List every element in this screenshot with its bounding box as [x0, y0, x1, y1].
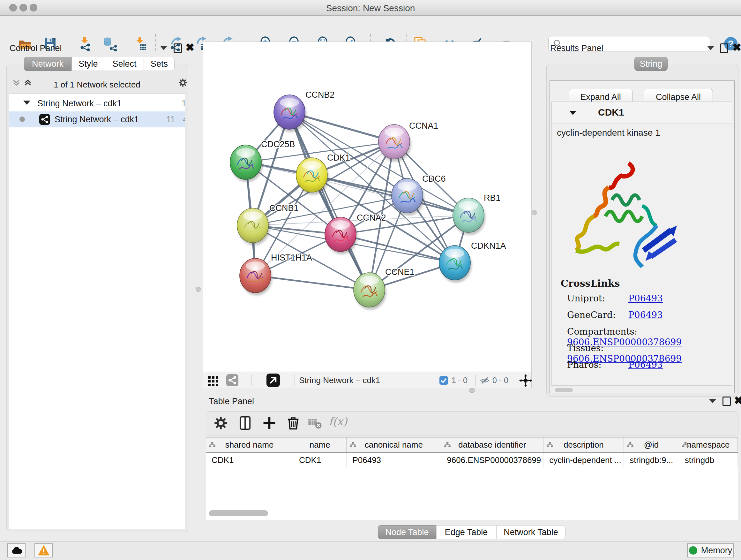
tab-network[interactable]: Network [24, 57, 71, 71]
control-panel-close-icon[interactable]: ✖ [185, 44, 195, 51]
table-cell[interactable]: CDK1 [206, 453, 293, 468]
table-cell[interactable]: P06493 [347, 453, 441, 468]
tab-style[interactable]: Style [71, 57, 105, 71]
crosslink-label: Tissues: [567, 343, 628, 354]
footer-network-name: String Network – cdk1 [299, 375, 380, 385]
crosslink-label: Uniprot: [567, 293, 628, 304]
node-CCNE1[interactable]: CCNE1 [354, 267, 414, 310]
tab-node-table[interactable]: Node Table [378, 525, 436, 539]
tab-string-label: String [640, 59, 663, 69]
node-CDK1[interactable]: CDK1 [296, 153, 350, 195]
results-panel-collapse-icon[interactable] [707, 46, 714, 50]
string-network-graph[interactable]: CCNB2CCNA1CDC25BCDK1CDC6RB1CCNB1CCNA2CDK… [203, 42, 531, 372]
crosslink-row: GeneCard:P06493 [567, 310, 727, 326]
column-tree-icon [444, 442, 451, 448]
gene-description: cyclin-dependent kinase 1 [557, 128, 660, 138]
tab-network-label: Network [32, 59, 64, 69]
function-builder-icon[interactable]: f(x) [329, 415, 347, 428]
crosslink-link[interactable]: P06493 [628, 310, 663, 320]
column-header-database-identifier[interactable]: database identifier [441, 437, 543, 452]
show-columns-icon[interactable] [237, 415, 253, 431]
tab-edge-table[interactable]: Edge Table [436, 525, 496, 539]
bottom-splitter-handle[interactable] [469, 388, 475, 393]
network-share-icon[interactable] [226, 374, 239, 386]
results-hscrollbar[interactable] [555, 388, 573, 392]
table-row[interactable]: CDK1CDK1P064939606.ENSP00000378699cyclin… [206, 453, 738, 468]
table-cell[interactable]: cyclin-dependent ... [543, 453, 624, 468]
node-CDKN1A[interactable]: CDKN1A [439, 241, 506, 283]
node-HIST1H1A[interactable]: HIST1H1A [240, 253, 312, 295]
table-cell[interactable]: CDK1 [293, 453, 347, 468]
table-gear-icon[interactable] [212, 415, 229, 431]
table-panel-collapse-icon[interactable] [709, 399, 716, 403]
node-label-HIST1H1A: HIST1H1A [271, 253, 312, 262]
network-options-gear-icon[interactable] [178, 77, 188, 89]
tab-style-label: Style [78, 59, 98, 69]
column-header-label: database identifier [458, 440, 526, 450]
node-RB1[interactable]: RB1 [453, 193, 501, 235]
node-table[interactable]: shared namenamecanonical namedatabase id… [206, 437, 738, 520]
column-header--id[interactable]: @id [624, 437, 679, 452]
table-cell[interactable]: stringdb:9... [624, 453, 679, 468]
tab-sets[interactable]: Sets [144, 57, 175, 71]
cloud-status-button[interactable] [7, 543, 25, 557]
tab-network-table[interactable]: Network Table [496, 525, 565, 539]
grid-view-icon[interactable] [208, 375, 219, 388]
table-panel-title: Table Panel [209, 396, 254, 407]
table-hscrollbar[interactable] [209, 510, 268, 516]
column-header-shared-name[interactable]: shared name [206, 437, 293, 452]
crosslink-link[interactable]: P06493 [628, 360, 663, 370]
pan-crosshair-icon[interactable] [519, 374, 532, 388]
control-panel-collapse-icon[interactable] [160, 46, 167, 50]
column-header-label: name [310, 440, 330, 450]
network-collection-row[interactable]: String Network – cdk1 1 [9, 96, 185, 111]
selected-checkbox-icon[interactable] [440, 376, 448, 386]
gene-expander-icon[interactable] [569, 111, 576, 115]
delete-column-icon[interactable] [285, 415, 301, 431]
column-header-canonical-name[interactable]: canonical name [347, 437, 441, 452]
status-bar [0, 542, 741, 560]
collection-name: String Network – cdk1 [37, 99, 122, 109]
tab-select[interactable]: Select [105, 57, 144, 71]
results-panel-float-icon[interactable] [720, 44, 728, 53]
warning-status-button[interactable] [35, 543, 53, 557]
results-panel-close-icon[interactable]: ✖ [732, 44, 741, 51]
birds-eye-view-icon[interactable] [266, 374, 280, 387]
control-panel-float-icon[interactable] [174, 44, 182, 53]
column-header-name[interactable]: name [293, 437, 347, 452]
column-header-label: canonical name [365, 440, 423, 450]
window-title: Session: New Session [0, 3, 741, 13]
hidden-counts: 0 - 0 [492, 376, 509, 385]
crosslink-link[interactable]: P06493 [628, 293, 663, 304]
tab-select-label: Select [112, 59, 136, 69]
memory-label: Memory [701, 546, 732, 556]
footer-separator [515, 374, 515, 386]
tab-string-results[interactable]: String [634, 57, 668, 71]
network-canvas[interactable]: CCNB2CCNA1CDC25BCDK1CDC6RB1CCNB1CCNA2CDK… [203, 42, 532, 372]
table-panel-close-icon[interactable]: ✖ [734, 396, 741, 404]
table-cell[interactable]: 9606.ENSP00000378699 [441, 453, 543, 468]
gene-section-header[interactable]: CDK1 [551, 102, 732, 124]
delete-table-icon[interactable] [307, 415, 324, 431]
left-splitter-handle[interactable] [196, 287, 201, 292]
right-splitter-handle[interactable] [532, 210, 537, 215]
edge-HIST1H1A-CCNE1[interactable] [255, 275, 369, 290]
table-panel-float-icon[interactable] [723, 396, 731, 406]
add-column-icon[interactable] [261, 415, 278, 431]
node-CDC6[interactable]: CDC6 [392, 174, 446, 215]
string-app-icon [39, 114, 50, 125]
hidden-eye-slash-icon[interactable] [480, 375, 490, 387]
network-row-selected[interactable]: String Network – cdk1 11 48 [9, 111, 185, 127]
node-CCNB1[interactable]: CCNB1 [237, 203, 299, 245]
memory-status-dot-icon [689, 546, 697, 555]
column-header-namespace[interactable]: namespace [679, 437, 738, 452]
collection-expander-icon[interactable] [23, 101, 30, 105]
warning-icon [38, 545, 50, 556]
tab-sets-label: Sets [151, 59, 168, 69]
node-label-RB1: RB1 [484, 193, 501, 203]
edge-CCNB2-CCNE1[interactable] [289, 112, 369, 290]
column-header-description[interactable]: description [543, 437, 624, 452]
tab-network-table-label: Network Table [503, 527, 558, 537]
memory-button[interactable]: Memory [687, 543, 734, 557]
table-cell[interactable]: stringdb [679, 453, 738, 468]
